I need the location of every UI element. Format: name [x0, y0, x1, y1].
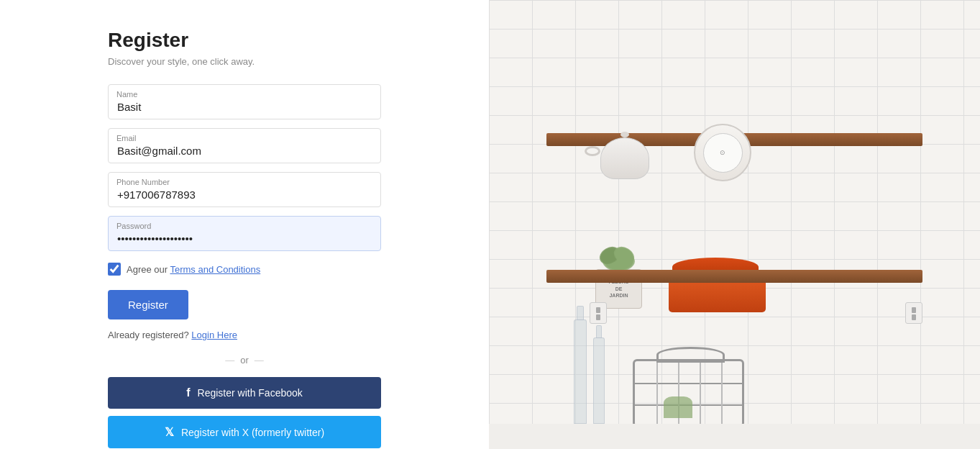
password-input[interactable]: [108, 216, 381, 251]
twitter-register-button[interactable]: 𝕏 Register with X (formerly twitter): [108, 416, 381, 448]
power-outlet-2: [905, 302, 922, 324]
terms-text: Agree our Terms and Conditions: [127, 264, 260, 275]
page-subtitle: Discover your style, one click away.: [108, 56, 381, 67]
register-form: Name Email Phone Number Password Agree o…: [108, 84, 381, 330]
terms-checkbox[interactable]: [108, 263, 121, 276]
name-input[interactable]: [108, 84, 381, 119]
register-button[interactable]: Register: [108, 290, 188, 319]
facebook-button-label: Register with Facebook: [198, 387, 303, 399]
already-registered-text: Already registered? Login Here: [108, 330, 381, 340]
page-title: Register: [108, 29, 381, 52]
wire-basket: [633, 359, 744, 427]
twitter-icon: 𝕏: [165, 425, 174, 439]
name-field-group: Name: [108, 84, 381, 119]
phone-field-group: Phone Number: [108, 172, 381, 207]
white-pot: [600, 137, 649, 179]
facebook-icon: f: [186, 386, 190, 399]
power-outlet-1: [590, 302, 607, 324]
facebook-register-button[interactable]: f Register with Facebook: [108, 377, 381, 409]
twitter-button-label: Register with X (formerly twitter): [181, 427, 324, 438]
shelf-scene: FLEURSDEJARDIN ⊙: [489, 0, 980, 449]
register-form-panel: Register Discover your style, one click …: [0, 0, 489, 449]
login-link[interactable]: Login Here: [191, 330, 237, 340]
shelf-2: [546, 270, 922, 283]
terms-row: Agree our Terms and Conditions: [108, 263, 381, 276]
kitchen-scale: ⊙: [694, 124, 751, 181]
decorative-image-panel: FLEURSDEJARDIN ⊙: [489, 0, 980, 449]
password-field-group: Password: [108, 216, 381, 251]
phone-input[interactable]: [108, 172, 381, 207]
bottle-2: [593, 337, 605, 424]
countertop: [489, 424, 980, 449]
email-input[interactable]: [108, 128, 381, 163]
email-field-group: Email: [108, 128, 381, 163]
or-divider: or: [108, 355, 381, 366]
terms-link[interactable]: Terms and Conditions: [170, 264, 260, 275]
bottle-1: [574, 319, 587, 424]
